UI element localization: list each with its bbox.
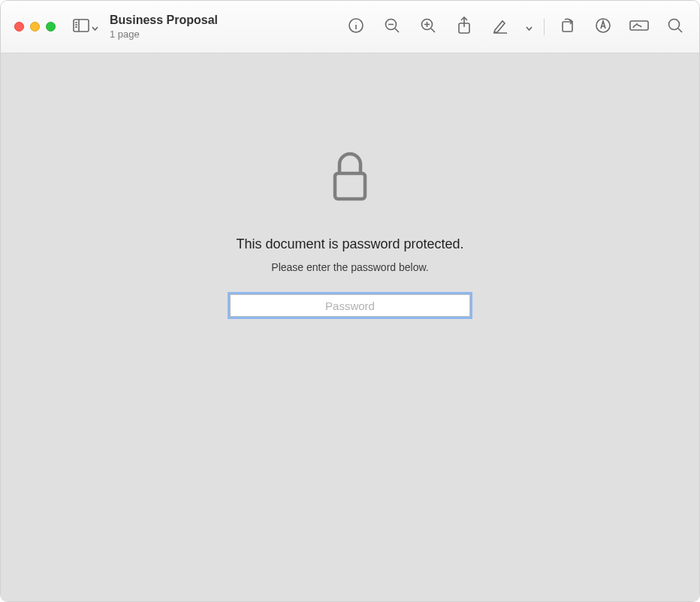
content-area: This document is password protected. Ple… [1,53,699,601]
search-icon [667,17,683,37]
form-icon [629,19,649,35]
zoom-in-icon [420,17,436,37]
info-button[interactable] [341,12,371,42]
password-input[interactable] [230,294,470,317]
sidebar-toggle-button[interactable] [71,12,101,42]
toolbar-actions [341,12,690,42]
markup-icon [595,17,611,37]
close-window-button[interactable] [14,22,24,32]
zoom-out-button[interactable] [377,12,407,42]
zoom-out-icon [384,17,400,37]
info-icon [348,17,364,37]
fullscreen-window-button[interactable] [46,22,56,32]
highlight-button[interactable] [485,12,515,42]
svg-rect-25 [335,173,365,199]
highlight-icon [492,17,508,37]
svg-line-24 [678,29,682,32]
toolbar-separator [544,19,545,35]
form-button[interactable] [624,12,654,42]
share-button[interactable] [449,12,479,42]
search-button[interactable] [660,12,690,42]
chevron-down-icon [92,20,98,34]
minimize-window-button[interactable] [30,22,40,32]
svg-point-6 [355,22,356,23]
sidebar-icon [73,19,89,35]
share-icon [457,17,472,38]
markup-button[interactable] [588,12,618,42]
document-title-block: Business Proposal 1 page [110,14,218,40]
document-title: Business Proposal [110,14,218,27]
zoom-in-button[interactable] [413,12,443,42]
rotate-icon [559,17,575,37]
svg-line-12 [431,29,435,32]
window-toolbar: Business Proposal 1 page [1,1,699,53]
highlight-menu-button[interactable] [521,12,536,42]
page-count: 1 page [110,29,218,40]
rotate-button[interactable] [552,12,582,42]
svg-point-23 [669,19,680,29]
chevron-down-icon [526,20,533,34]
svg-line-9 [395,29,399,32]
password-headline: This document is password protected. [236,236,463,252]
lock-icon [327,151,373,206]
password-subline: Please enter the password below. [271,261,428,273]
svg-rect-0 [74,20,89,32]
window-controls [14,22,56,32]
